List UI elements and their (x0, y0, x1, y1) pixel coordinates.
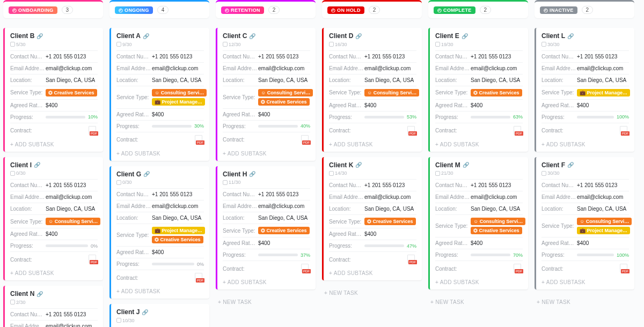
field-service: Service Type:⏣ Creative Services (329, 214, 416, 228)
pdf-icon[interactable]: PDF (406, 126, 416, 136)
pdf-icon[interactable]: PDF (299, 135, 310, 145)
service-tag[interactable]: ⏣ Creative Services (258, 98, 310, 106)
service-tag[interactable]: ☺ Consulting Servi… (258, 89, 313, 96)
column-count: 2 (480, 6, 492, 14)
service-tag[interactable]: 💼 Project Manage… (577, 227, 630, 234)
service-tag[interactable]: ☺ Consulting Servi… (152, 89, 207, 96)
service-tag[interactable]: ⏣ Creative Services (46, 89, 97, 96)
contact-value: +1 201 555 0123 (46, 54, 86, 60)
new-task-button[interactable]: + NEW TASK (322, 286, 422, 300)
status-pill[interactable]: ◴ ON HOLD (327, 6, 364, 14)
field-contract: Contract:PDF (223, 261, 310, 276)
pdf-icon[interactable]: PDF (512, 126, 523, 136)
add-subtask-button[interactable]: + ADD SUBTASK (435, 276, 523, 286)
service-tag[interactable]: ☺ Consulting Servi… (471, 218, 525, 225)
subtask-count: 16/30 (329, 42, 347, 47)
task-card[interactable]: Client A 🔗9/30Contact Nu…+1 201 555 0123… (109, 28, 209, 161)
field-location: Location:San Diego, CA, USA (541, 203, 629, 214)
field-location: Location:San Diego, CA, USA (10, 74, 98, 86)
field-progress: Progress:63% (435, 111, 523, 123)
location-value: San Diego, CA, USA (258, 77, 308, 83)
pdf-icon[interactable]: PDF (512, 264, 523, 273)
status-pill[interactable]: ◴ COMPLETE (434, 6, 475, 14)
task-card[interactable]: Client N 🔗2/30Contact Nu…+1 201 555 0123… (3, 286, 103, 327)
new-task-button[interactable]: + NEW TASK (216, 295, 316, 309)
field-contract: Contract:PDF (116, 132, 204, 147)
status-pill[interactable]: ◴ ONBOARDING (9, 6, 57, 14)
contact-value: +1 201 555 0123 (577, 54, 617, 60)
pdf-icon[interactable]: PDF (618, 126, 629, 136)
rate-value: $400 (577, 240, 589, 246)
paperclip-icon: 🔗 (355, 33, 362, 39)
status-pill[interactable]: ◴ ONGOING (115, 6, 153, 14)
add-subtask-button[interactable]: + ADD SUBTASK (435, 138, 523, 148)
service-tag[interactable]: 💼 Project Manage… (152, 98, 205, 106)
field-rate: Agreed Rate…$400 (435, 237, 523, 249)
pdf-icon[interactable]: PDF (87, 255, 98, 264)
new-task-button[interactable]: + NEW TASK (428, 295, 528, 309)
add-subtask-button[interactable]: + ADD SUBTASK (116, 147, 204, 158)
pdf-icon[interactable]: PDF (87, 126, 98, 136)
status-pill[interactable]: ◴ RETENTION (221, 6, 264, 14)
task-card[interactable]: Client I 🔗0/30Contact Nu…+1 201 555 0123… (3, 157, 103, 281)
service-tag[interactable]: ☺ Consulting Servi… (364, 89, 419, 96)
new-task-button[interactable]: + NEW TASK (535, 295, 634, 309)
pdf-icon[interactable]: PDF (193, 135, 204, 145)
pdf-icon[interactable]: PDF (618, 264, 629, 273)
field-contact: Contact Nu…+1 201 555 0123 (10, 50, 98, 62)
service-tag[interactable]: ⏣ Creative Services (471, 89, 522, 96)
task-card[interactable]: Client G 🔗0/30Contact Nu…+1 201 555 0123… (109, 166, 209, 299)
status-pill[interactable]: ◴ INACTIVE (540, 6, 577, 14)
progress-value: 100% (617, 252, 629, 258)
field-contract: Contract:PDF (435, 261, 523, 276)
add-subtask-button[interactable]: + ADD SUBTASK (329, 267, 416, 277)
service-tag[interactable]: ⏣ Creative Services (258, 227, 310, 234)
pdf-icon[interactable]: PDF (193, 273, 204, 283)
service-tag[interactable]: ⏣ Creative Services (152, 236, 203, 243)
add-subtask-button[interactable]: + ADD SUBTASK (10, 267, 98, 277)
location-value: San Diego, CA, USA (577, 77, 626, 83)
subtask-count: 0/30 (10, 170, 26, 176)
task-card[interactable]: Client M 🔗21/30Contact Nu…+1 201 555 012… (428, 157, 528, 290)
task-card[interactable]: Client H 🔗11/30Contact Nu…+1 201 555 012… (216, 166, 316, 290)
add-subtask-button[interactable]: + ADD SUBTASK (541, 276, 629, 286)
task-card[interactable]: Client C 🔗12/30Contact Nu…+1 201 555 012… (216, 28, 316, 161)
task-card[interactable]: Client E 🔗19/30Contact Nu…+1 201 555 012… (428, 28, 528, 152)
task-card[interactable]: Client K 🔗14/30Contact Nu…+1 201 555 012… (322, 157, 422, 281)
progress-value: 47% (407, 243, 416, 249)
column-header: ◴ RETENTION2 (216, 0, 316, 18)
pdf-icon[interactable]: PDF (299, 264, 310, 273)
task-card[interactable]: Client B 🔗5/30Contact Nu…+1 201 555 0123… (3, 28, 103, 152)
task-card[interactable]: Client D 🔗16/30Contact Nu…+1 201 555 012… (322, 28, 422, 152)
service-tag[interactable]: ☺ Consulting Servi… (46, 218, 100, 225)
add-subtask-button[interactable]: + ADD SUBTASK (223, 276, 310, 286)
email-value: email@clickup.com (46, 65, 92, 71)
add-subtask-button[interactable]: + ADD SUBTASK (541, 138, 629, 148)
field-location: Location:San Diego, CA, USA (329, 74, 416, 86)
task-card[interactable]: Client J 🔗10/30 (109, 304, 209, 327)
add-subtask-button[interactable]: + ADD SUBTASK (223, 147, 310, 158)
progress-value: 70% (513, 252, 523, 258)
service-tag[interactable]: ☺ Consulting Servi… (577, 218, 632, 225)
task-card[interactable]: Client F 🔗30/30Contact Nu…+1 201 555 012… (535, 157, 634, 290)
field-location: Location:San Diego, CA, USA (10, 203, 98, 214)
paperclip-icon: 🔗 (36, 291, 43, 297)
service-tag[interactable]: ⏣ Creative Services (471, 227, 522, 234)
pdf-icon[interactable]: PDF (406, 255, 416, 264)
add-subtask-button[interactable]: + ADD SUBTASK (116, 285, 204, 295)
field-service: Service Type:☺ Consulting Servi… (329, 86, 416, 99)
subtask-count: 19/30 (435, 42, 453, 47)
add-subtask-button[interactable]: + ADD SUBTASK (329, 138, 416, 148)
field-email: Email Addre…email@clickup.com (116, 200, 204, 212)
paperclip-icon: 🔗 (142, 309, 148, 315)
service-tag[interactable]: 💼 Project Manage… (577, 89, 630, 96)
add-subtask-button[interactable]: + ADD SUBTASK (10, 138, 98, 148)
service-tag[interactable]: ⏣ Creative Services (364, 218, 416, 225)
field-progress: Progress:37% (223, 249, 310, 261)
service-tag[interactable]: 💼 Project Manage… (152, 227, 205, 234)
field-service: Service Type:⏣ Creative Services (435, 86, 523, 99)
task-card[interactable]: Client L 🔗30/30Contact Nu…+1 201 555 012… (535, 28, 634, 152)
location-value: San Diego, CA, USA (46, 77, 95, 83)
field-location: Location:San Diego, CA, USA (223, 74, 310, 86)
column-header: ◴ ONBOARDING3 (3, 0, 103, 18)
